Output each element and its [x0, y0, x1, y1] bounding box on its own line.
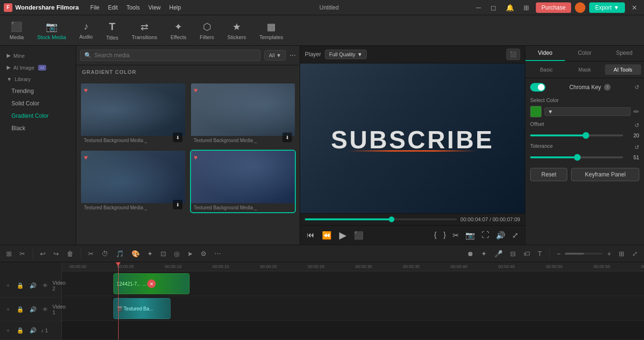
quality-select[interactable]: Full Quality ▼	[325, 50, 367, 59]
offset-reset-icon[interactable]: ↺	[634, 122, 639, 129]
tl-delete-btn[interactable]: 🗑	[64, 248, 76, 259]
minimize-btn[interactable]: ─	[473, 4, 484, 11]
restore-btn[interactable]: ◻	[488, 4, 499, 11]
track-add-btn-a1[interactable]: ＋	[4, 326, 12, 335]
track-lock-btn-a1[interactable]: 🔒	[15, 327, 25, 334]
tolerance-slider[interactable]	[530, 156, 623, 158]
avatar[interactable]	[575, 2, 585, 13]
tool-transitions[interactable]: ⇄ Transitions	[126, 18, 163, 43]
tl-more-btn[interactable]: ⋯	[212, 248, 223, 259]
tool-templates[interactable]: ▦ Templates	[253, 18, 289, 43]
clip-x-button[interactable]: ✕	[147, 279, 156, 288]
clip-video1[interactable]: 🎬 Textured Ba...	[113, 298, 171, 319]
mark-in-button[interactable]: {	[432, 229, 438, 242]
snapshot-button[interactable]: 📷	[463, 229, 477, 242]
zoom-slider[interactable]	[565, 253, 603, 255]
layout-btn[interactable]: ⊞	[521, 4, 532, 11]
preview-icon[interactable]: ⬛	[506, 49, 520, 60]
tl-layout-btn[interactable]: ⊞	[616, 248, 627, 259]
clip-button[interactable]: ✂	[451, 229, 461, 242]
tl-text-btn[interactable]: T	[535, 248, 544, 259]
purchase-button[interactable]: Purchase	[536, 2, 572, 13]
media-item-4[interactable]: ♥ Textured Background Media _	[190, 150, 296, 213]
search-input[interactable]	[94, 52, 256, 59]
progress-bar[interactable]	[305, 218, 457, 220]
fullscreen-button[interactable]: ⛶	[480, 229, 491, 242]
tl-snap-btn[interactable]: ⊞	[4, 248, 14, 259]
clip-video2[interactable]: 124421-7... ... ✕	[113, 273, 190, 294]
chroma-reset-icon[interactable]: ↺	[634, 84, 639, 91]
menu-edit[interactable]: Edit	[104, 3, 122, 12]
track-audio-btn-a1[interactable]: 🔊	[28, 327, 38, 334]
play-button[interactable]: ▶	[337, 227, 348, 243]
eyedropper-icon[interactable]: ✏	[634, 108, 639, 115]
track-lock-btn-2[interactable]: 🔒	[15, 282, 25, 289]
menu-view[interactable]: View	[144, 3, 164, 12]
tab-speed[interactable]: Speed	[604, 46, 644, 61]
volume-button[interactable]: 🔊	[494, 229, 507, 242]
close-btn[interactable]: ✕	[629, 4, 640, 11]
color-swatch[interactable]	[530, 106, 542, 117]
chroma-key-toggle[interactable]	[530, 83, 545, 92]
color-dropdown[interactable]: ▼	[544, 107, 631, 116]
keyframe-button[interactable]: Keyframe Panel	[571, 168, 639, 181]
tool-effects[interactable]: ✦ Effects	[165, 18, 192, 43]
track-audio-btn-1[interactable]: 🔊	[28, 306, 38, 313]
download-icon-3[interactable]: ⬇	[173, 200, 182, 209]
zoom-out-btn[interactable]: −	[554, 248, 563, 259]
download-icon-2[interactable]: ⬇	[282, 133, 292, 142]
sidebar-item-ai-image[interactable]: ▶ AI Image AI	[0, 62, 76, 73]
tool-filters[interactable]: ⬡ Filters	[194, 18, 220, 43]
tolerance-handle[interactable]	[574, 154, 581, 161]
media-item-3[interactable]: ♥ ⬇ Textured Background Media _	[80, 150, 186, 213]
tl-split2-btn[interactable]: ⊟	[508, 248, 518, 259]
tl-audio-btn[interactable]: 🎵	[113, 248, 126, 259]
tl-record-btn[interactable]: ⏺	[464, 248, 476, 259]
export-button[interactable]: Export ▼	[589, 2, 625, 13]
track-eye-btn-1[interactable]: 👁	[41, 306, 50, 313]
menu-help[interactable]: Help	[165, 3, 185, 12]
expand-button[interactable]: ⤢	[510, 229, 520, 242]
sidebar-item-solid-color[interactable]: Solid Color	[0, 97, 76, 110]
search-box[interactable]: 🔍	[80, 50, 261, 61]
more-options-button[interactable]: ···	[290, 51, 296, 60]
track-add-btn-2[interactable]: ＋	[4, 281, 12, 290]
track-audio-btn-2[interactable]: 🔊	[28, 282, 38, 289]
tl-stabilize-btn[interactable]: ◎	[171, 248, 182, 259]
frame-back-button[interactable]: ⏪	[320, 229, 333, 242]
tl-cut-btn[interactable]: ✂	[86, 248, 96, 259]
sidebar-item-black[interactable]: Black	[0, 122, 76, 134]
tl-effects-btn[interactable]: ✦	[145, 248, 155, 259]
tl-expand-btn[interactable]: ⤢	[630, 248, 640, 259]
sidebar-item-gradient-color[interactable]: Gradient Color	[0, 110, 76, 122]
tool-media[interactable]: ⬛ Media	[4, 18, 30, 43]
tl-ai2-btn[interactable]: ✦	[479, 248, 489, 259]
offset-handle[interactable]	[583, 132, 589, 139]
filter-button[interactable]: All ▼	[264, 50, 285, 61]
tool-stickers[interactable]: ★ Stickers	[221, 18, 252, 43]
download-icon-1[interactable]: ⬇	[173, 133, 182, 142]
sidebar-item-library[interactable]: ▼ Library	[0, 73, 76, 85]
sidebar-item-mine[interactable]: ▶ Mine	[0, 50, 76, 62]
tl-tag-btn[interactable]: 🏷	[521, 248, 533, 259]
media-item-1[interactable]: ♥ ⬇ Textured Background Media _	[80, 82, 186, 146]
reset-button[interactable]: Reset	[530, 168, 567, 181]
track-eye-btn-2[interactable]: 👁	[41, 282, 50, 289]
tl-speed-btn[interactable]: ⏱	[99, 248, 111, 259]
subtab-ai-tools[interactable]: AI Tools	[605, 64, 641, 75]
mark-out-button[interactable]: }	[442, 229, 448, 242]
tl-ai-btn[interactable]: ⚙	[198, 248, 209, 259]
tl-mic-btn[interactable]: 🎤	[492, 248, 505, 259]
menu-tools[interactable]: Tools	[122, 3, 143, 12]
subtab-basic[interactable]: Basic	[528, 64, 564, 75]
tl-crop-btn[interactable]: ⊡	[158, 248, 169, 259]
media-item-2[interactable]: ♥ ⬇ Textured Background Media _	[190, 82, 296, 146]
tool-stock-media[interactable]: 📷 Stock Media	[31, 18, 72, 43]
menu-file[interactable]: File	[86, 3, 103, 12]
tl-color-btn[interactable]: 🎨	[129, 248, 142, 259]
tolerance-reset-icon[interactable]: ↺	[634, 144, 639, 151]
zoom-in-btn[interactable]: +	[605, 248, 614, 259]
tl-split-btn[interactable]: ✂	[17, 248, 28, 259]
stop-button[interactable]: ⬛	[352, 229, 365, 242]
tl-undo-btn[interactable]: ↩	[38, 248, 48, 259]
